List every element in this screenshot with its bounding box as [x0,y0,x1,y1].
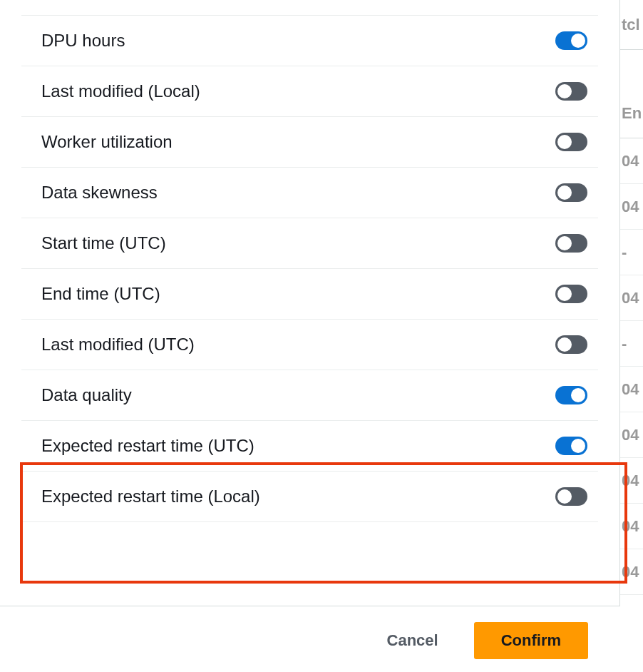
preference-label: Last modified (UTC) [21,335,195,355]
toggle-switch[interactable] [555,487,587,506]
toggle-switch[interactable] [555,285,587,303]
toggle-knob [571,34,585,48]
preference-row: End time (UTC) [21,269,598,320]
preference-row: Data skewness [21,168,598,218]
dialog-footer: Cancel Confirm [0,606,620,672]
toggle-knob [571,388,585,402]
toggle-switch[interactable] [555,234,587,253]
toggle-knob [557,84,572,98]
preference-label: DPU hours [21,31,125,51]
preference-label: Expected restart time (Local) [21,487,260,506]
bg-header-cell: tcl [620,0,643,50]
preference-label: Start time (UTC) [21,233,166,253]
preference-row: Worker utilization [21,117,598,168]
preference-label: Last modified (Local) [21,81,200,101]
toggle-knob [557,236,572,250]
bg-data-cell: 04 [620,549,643,595]
cancel-button[interactable]: Cancel [366,622,460,659]
toggle-knob [571,439,585,453]
preference-label: Data skewness [21,183,158,203]
preference-label: Expected restart time (UTC) [21,436,254,456]
preference-row: Last modified (UTC) [21,320,598,370]
toggle-switch[interactable] [555,386,587,404]
bg-data-cell: 04 [620,138,643,184]
toggle-list: Worker typeDPU hoursLast modified (Local… [0,0,619,522]
toggle-knob [557,489,572,504]
preference-row: Last modified (Local) [21,66,598,117]
toggle-switch[interactable] [555,437,587,455]
preference-row: DPU hours [21,16,598,66]
preference-row: Expected restart time (UTC) [21,421,598,472]
toggle-knob [557,337,572,352]
preference-row: Worker type [21,0,598,16]
toggle-switch[interactable] [555,133,587,151]
bg-data-cell: - [620,321,643,367]
bg-data-cell: 04 [620,275,643,321]
background-table-fragment: tcl En 04 04 - 04 - 04 04 04 04 04 [620,0,643,672]
bg-header-cell: En [620,88,643,138]
bg-data-cell: - [620,230,643,275]
toggle-knob [557,287,572,301]
bg-data-cell: 04 [620,184,643,230]
toggle-switch[interactable] [555,183,587,202]
confirm-button[interactable]: Confirm [474,622,588,659]
bg-data-cell: 04 [620,458,643,504]
preference-label: Data quality [21,385,132,405]
toggle-knob [557,135,572,149]
preference-row: Start time (UTC) [21,218,598,269]
toggle-switch[interactable] [555,335,587,354]
column-preferences-panel: Worker typeDPU hoursLast modified (Local… [0,0,620,672]
toggle-switch[interactable] [555,31,587,50]
preference-label: End time (UTC) [21,284,160,304]
toggle-switch[interactable] [555,82,587,101]
toggle-knob [557,185,572,200]
bg-data-cell: 04 [620,412,643,458]
preference-row: Data quality [21,370,598,421]
preference-label: Worker utilization [21,132,173,152]
bg-data-cell: 04 [620,504,643,549]
bg-data-cell: 04 [620,367,643,412]
preference-row: Expected restart time (Local) [21,472,598,522]
